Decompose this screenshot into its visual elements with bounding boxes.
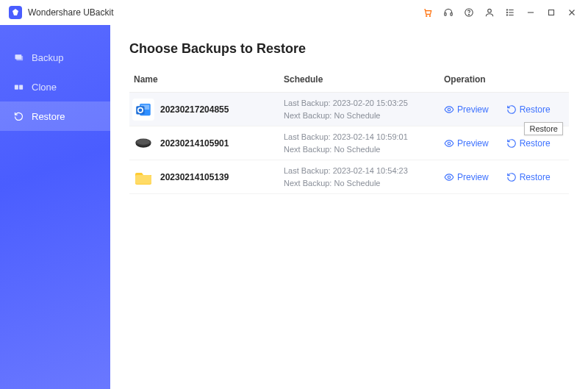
svg-point-25 — [448, 108, 451, 111]
svg-rect-18 — [16, 56, 23, 60]
table-row[interactable]: 20230217204855 Last Backup: 2023-02-20 1… — [129, 93, 569, 126]
restore-action-icon — [506, 104, 517, 115]
svg-point-6 — [488, 9, 492, 13]
column-header-operation: Operation — [444, 74, 569, 85]
eye-icon — [444, 138, 454, 149]
column-header-name: Name — [129, 74, 284, 85]
main-panel: Choose Backups to Restore Name Schedule … — [110, 25, 588, 389]
svg-point-9 — [506, 12, 507, 13]
eye-icon — [444, 172, 454, 182]
maximize-button[interactable] — [541, 2, 562, 23]
table-row[interactable]: 20230214105139 Last Backup: 2023-02-14 1… — [129, 160, 569, 194]
svg-point-5 — [469, 14, 470, 15]
headset-icon[interactable] — [438, 2, 459, 23]
table-header: Name Schedule Operation — [129, 74, 569, 93]
svg-point-1 — [429, 15, 430, 16]
eye-icon — [444, 104, 454, 115]
cart-icon[interactable] — [417, 2, 438, 23]
svg-rect-30 — [135, 175, 151, 184]
svg-rect-19 — [15, 85, 18, 89]
outlook-icon — [132, 99, 154, 121]
sidebar-item-clone[interactable]: Clone — [0, 72, 110, 101]
svg-rect-2 — [445, 13, 446, 15]
svg-rect-20 — [19, 85, 23, 89]
minimize-button[interactable] — [520, 2, 541, 23]
backup-name: 20230214105901 — [160, 138, 284, 149]
sidebar-item-restore[interactable]: Restore — [0, 101, 110, 131]
clone-icon — [13, 82, 24, 93]
next-backup: Next Backup: No Schedule — [284, 177, 444, 190]
menu-icon[interactable] — [500, 2, 520, 23]
restore-icon — [13, 111, 24, 122]
user-icon[interactable] — [479, 2, 500, 23]
preview-button[interactable]: Preview — [444, 172, 489, 182]
svg-point-28 — [137, 139, 150, 144]
restore-button[interactable]: Restore — [506, 104, 551, 115]
titlebar: Wondershare UBackit — [0, 0, 588, 25]
next-backup: Next Backup: No Schedule — [284, 110, 444, 122]
column-header-schedule: Schedule — [284, 74, 444, 85]
sidebar-item-backup[interactable]: Backup — [0, 43, 110, 72]
app-logo-icon — [9, 6, 22, 19]
table-row[interactable]: 20230214105901 Last Backup: 2023-02-14 1… — [129, 126, 569, 160]
backup-name: 20230217204855 — [160, 104, 284, 115]
preview-button[interactable]: Preview — [444, 104, 489, 115]
backup-name: 20230214105139 — [160, 172, 284, 182]
backup-schedule: Last Backup: 2023-02-20 15:03:25 Next Ba… — [284, 97, 444, 121]
restore-button[interactable]: Restore — [506, 172, 551, 182]
page-title: Choose Backups to Restore — [129, 41, 569, 57]
app-title: Wondershare UBackit — [28, 7, 114, 18]
backup-icon — [13, 52, 24, 63]
svg-point-11 — [506, 15, 507, 15]
svg-rect-3 — [451, 13, 452, 15]
last-backup: Last Backup: 2023-02-14 10:59:01 — [284, 131, 444, 143]
folder-icon — [132, 166, 154, 188]
preview-button[interactable]: Preview — [444, 138, 489, 149]
next-backup: Next Backup: No Schedule — [284, 143, 444, 156]
sidebar: Backup Clone Restore — [0, 25, 110, 389]
backup-schedule: Last Backup: 2023-02-14 10:54:23 Next Ba… — [284, 165, 444, 189]
last-backup: Last Backup: 2023-02-14 10:54:23 — [284, 165, 444, 177]
restore-action-icon — [506, 138, 517, 149]
svg-point-29 — [448, 142, 451, 145]
svg-point-0 — [426, 15, 427, 16]
svg-point-7 — [506, 10, 507, 10]
last-backup: Last Backup: 2023-02-20 15:03:25 — [284, 97, 444, 110]
sidebar-item-label: Clone — [32, 82, 57, 93]
help-icon[interactable] — [459, 2, 479, 23]
restore-action-icon — [506, 172, 517, 182]
close-button[interactable] — [562, 2, 582, 23]
svg-rect-14 — [549, 10, 554, 15]
backup-schedule: Last Backup: 2023-02-14 10:59:01 Next Ba… — [284, 131, 444, 155]
restore-button[interactable]: Restore — [506, 138, 551, 149]
disk-icon — [132, 132, 154, 154]
sidebar-item-label: Backup — [32, 52, 63, 63]
sidebar-item-label: Restore — [32, 111, 65, 122]
svg-point-31 — [448, 176, 451, 179]
